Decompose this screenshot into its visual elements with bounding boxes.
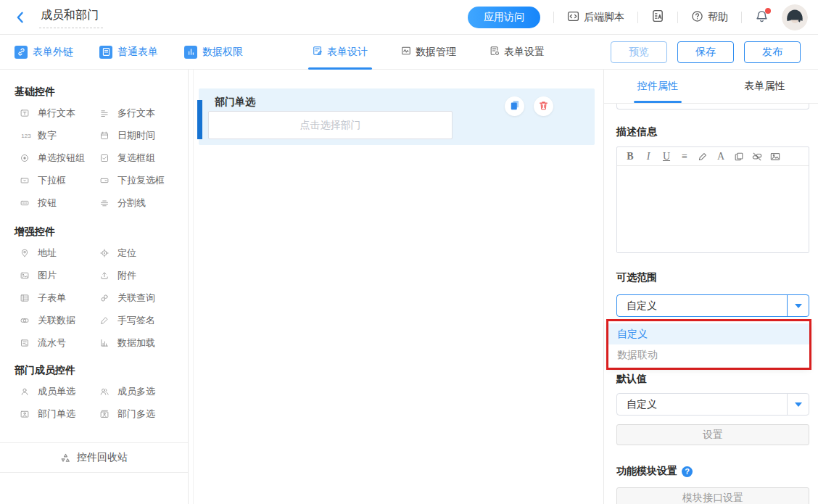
- data-manage-icon: [401, 46, 411, 58]
- designer-tab[interactable]: 数据管理: [401, 35, 456, 70]
- widget-item[interactable]: 成员单选: [20, 380, 94, 402]
- italic-icon[interactable]: I: [641, 149, 656, 164]
- widget-item[interactable]: 按钮: [20, 191, 94, 214]
- widget-item[interactable]: 多行文本: [100, 102, 181, 124]
- widget-item[interactable]: 地址: [20, 241, 94, 264]
- toolbar-link[interactable]: 数据权限: [184, 46, 243, 59]
- checkbox-group-icon: [100, 154, 112, 162]
- widget-item[interactable]: 复选框组: [100, 146, 181, 169]
- form-design-icon: [313, 46, 323, 58]
- widget-item[interactable]: 关联查询: [100, 286, 181, 309]
- widget-item[interactable]: 下拉复选框: [100, 169, 181, 191]
- unlink-icon[interactable]: [750, 149, 764, 164]
- linked-data-icon: [20, 316, 32, 325]
- locate-icon: [100, 249, 112, 257]
- divider: [741, 12, 742, 23]
- data-load-icon: [100, 339, 112, 347]
- optional-range-select[interactable]: 自定义: [616, 294, 809, 317]
- divider: [637, 12, 638, 23]
- chevron-down-icon: [787, 295, 809, 316]
- widget-item[interactable]: 分割线: [100, 191, 181, 214]
- copy-field-button[interactable]: [505, 96, 524, 116]
- widget-item[interactable]: 手写签名: [100, 309, 181, 331]
- backend-script-button[interactable]: 后端脚本: [567, 10, 624, 25]
- copy-circle-icon: [509, 99, 521, 113]
- widget-item[interactable]: 定位: [100, 241, 181, 264]
- panel-tab[interactable]: 表单属性: [711, 70, 818, 103]
- bold-icon[interactable]: B: [623, 149, 637, 164]
- designer-tab[interactable]: 表单设置: [489, 35, 545, 70]
- trash-icon: [538, 100, 549, 113]
- single-text-icon: [20, 109, 32, 117]
- question-filled-icon[interactable]: [682, 466, 693, 477]
- widget-item[interactable]: 成员多选: [100, 380, 181, 402]
- widget-item[interactable]: 下拉框: [20, 169, 94, 191]
- action-button[interactable]: 预览: [611, 41, 667, 63]
- default-value-label: 默认值: [616, 373, 809, 386]
- delete-field-button[interactable]: [534, 96, 553, 116]
- panel-tab[interactable]: 控件属性: [604, 70, 711, 103]
- widget-recycle-bin[interactable]: 控件回收站: [0, 443, 188, 472]
- widget-item[interactable]: 图片: [20, 264, 94, 286]
- widget-item[interactable]: 单选按钮组: [20, 146, 94, 169]
- image-icon: [20, 271, 32, 280]
- avatar[interactable]: [782, 4, 808, 30]
- widget-item[interactable]: 部门单选: [20, 402, 94, 425]
- divider: [677, 12, 678, 23]
- dept-single-icon: [20, 410, 32, 418]
- question-circle-icon: [691, 10, 703, 25]
- image-small-icon[interactable]: [768, 149, 782, 164]
- widget-item[interactable]: 子表单: [20, 286, 94, 309]
- dept-select-input[interactable]: 点击选择部门: [208, 111, 453, 139]
- align-icon[interactable]: ≡: [677, 149, 692, 164]
- serial-number-icon: [20, 339, 32, 347]
- designer-tab[interactable]: 表单设计: [313, 35, 368, 70]
- notifications-button[interactable]: [755, 9, 769, 25]
- action-button[interactable]: 发布: [744, 41, 801, 63]
- attachment-icon: [100, 271, 112, 280]
- default-value-set-button[interactable]: 设置: [616, 424, 809, 445]
- action-button[interactable]: 保存: [677, 41, 734, 63]
- widget-item[interactable]: 单行文本: [20, 102, 94, 124]
- page-title[interactable]: 成员和部门: [39, 7, 103, 28]
- help-button[interactable]: 帮助: [691, 10, 728, 25]
- selected-field-card[interactable]: 部门单选 点击选择部门: [199, 88, 595, 145]
- copy-icon[interactable]: [732, 149, 746, 164]
- linked-query-icon: [100, 294, 112, 302]
- font-color-icon[interactable]: A: [714, 149, 728, 164]
- red-annotation-box: 自定义 数据联动: [606, 319, 811, 370]
- toolbar-link[interactable]: 表单外链: [15, 46, 73, 59]
- contact-book-button[interactable]: [651, 9, 664, 25]
- back-button[interactable]: [13, 9, 29, 25]
- description-label: 描述信息: [616, 125, 809, 139]
- widget-item[interactable]: 数据加载: [100, 331, 181, 354]
- signature-icon: [100, 316, 112, 325]
- widget-item[interactable]: 123 数字: [20, 124, 94, 146]
- header: 成员和部门 应用访问 后端脚本 帮助: [0, 0, 818, 35]
- widget-item[interactable]: 日期时间: [100, 124, 181, 146]
- widget-item[interactable]: 关联数据: [20, 309, 94, 331]
- widget-item[interactable]: 部门多选: [100, 402, 181, 425]
- select-icon: [20, 176, 32, 185]
- dropdown-option[interactable]: 数据联动: [608, 344, 809, 365]
- code-icon: [567, 10, 579, 25]
- underline-icon[interactable]: U: [659, 149, 674, 164]
- divider-icon: [100, 199, 112, 207]
- pencil-icon[interactable]: [695, 149, 710, 164]
- designer-tabs: 表单设计 数据管理 表单设置: [313, 35, 545, 70]
- selection-indicator: [197, 100, 202, 139]
- toolbar-link[interactable]: 普通表单: [99, 46, 158, 59]
- description-textarea[interactable]: [617, 166, 809, 252]
- title-input-partial[interactable]: [616, 104, 809, 110]
- default-value-select[interactable]: 自定义: [616, 393, 809, 416]
- form-canvas: 部门单选 点击选择部门: [193, 70, 603, 504]
- recycle-icon: [60, 453, 71, 463]
- datetime-icon: [100, 131, 112, 140]
- notification-badge: [765, 8, 771, 14]
- app-access-button[interactable]: 应用访问: [468, 7, 540, 28]
- module-interface-button[interactable]: 模块接口设置: [616, 487, 809, 504]
- widget-item[interactable]: 附件: [100, 264, 181, 286]
- widget-item[interactable]: 流水号: [20, 331, 94, 354]
- optional-range-dropdown: 自定义 数据联动: [608, 321, 809, 368]
- dropdown-option[interactable]: 自定义: [608, 323, 809, 344]
